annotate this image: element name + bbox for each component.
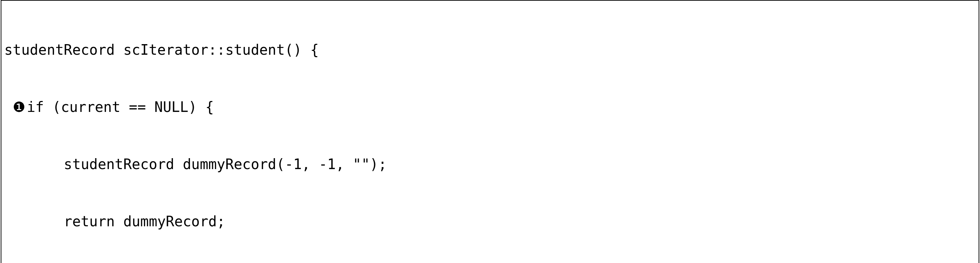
code-text: return dummyRecord; — [4, 213, 225, 230]
code-line: return dummyRecord; — [4, 212, 976, 231]
code-line: ❶if (current == NULL) { — [4, 97, 976, 116]
code-line: studentRecord scIterator::student() { — [4, 40, 976, 59]
code-text: studentRecord dummyRecord(-1, -1, ""); — [4, 156, 387, 172]
callout-marker-1: ❶ — [13, 97, 27, 116]
code-line: studentRecord dummyRecord(-1, -1, ""); — [4, 155, 976, 174]
code-text: studentRecord scIterator::student() { — [4, 41, 319, 58]
code-snippet-box: studentRecord scIterator::student() { ❶i… — [1, 0, 979, 263]
code-text: if (current == NULL) { — [27, 99, 214, 115]
